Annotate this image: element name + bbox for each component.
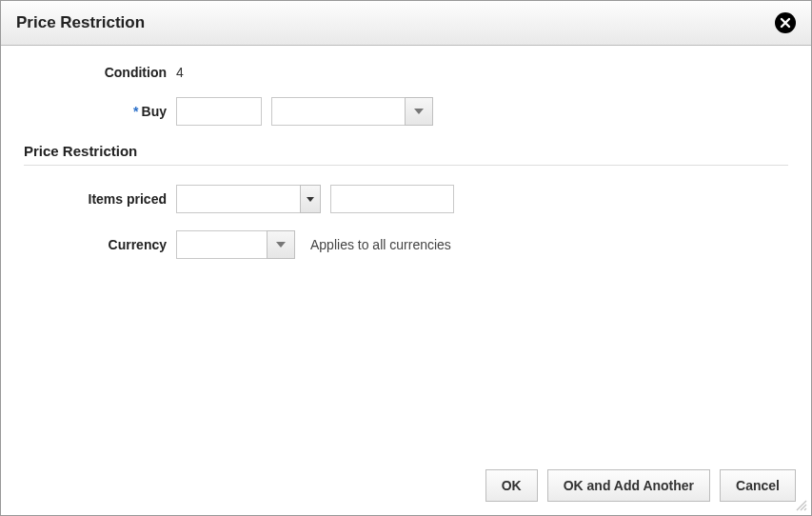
condition-value: 4: [176, 65, 184, 80]
items-priced-combo: [176, 185, 321, 213]
buy-label: *Buy: [24, 104, 176, 119]
dialog-footer: OK OK and Add Another Cancel: [1, 458, 811, 515]
resize-grip-icon[interactable]: [795, 499, 808, 512]
buy-input-1[interactable]: [176, 97, 262, 126]
caret-down-icon: [307, 197, 314, 202]
dialog-title: Price Restriction: [16, 13, 145, 32]
currency-help-text: Applies to all currencies: [310, 237, 451, 252]
price-restriction-dialog: Price Restriction Condition 4 *Buy: [0, 0, 812, 516]
condition-row: Condition 4: [24, 65, 788, 80]
section-divider: [24, 165, 788, 166]
condition-label: Condition: [24, 65, 176, 80]
chevron-down-icon: [414, 109, 424, 114]
currency-combo-trigger[interactable]: [267, 230, 295, 259]
currency-row: Currency Applies to all currencies: [24, 230, 788, 259]
items-priced-label: Items priced: [24, 191, 176, 207]
items-priced-combo-input[interactable]: [176, 185, 300, 213]
cancel-button[interactable]: Cancel: [720, 469, 796, 502]
items-priced-row: Items priced: [24, 185, 788, 213]
buy-combo: [271, 97, 433, 126]
items-priced-value-input[interactable]: [330, 185, 454, 213]
required-indicator: *: [133, 104, 138, 119]
items-priced-combo-trigger[interactable]: [300, 185, 321, 213]
currency-combo-input[interactable]: [176, 230, 267, 259]
close-icon[interactable]: [775, 12, 796, 33]
currency-label: Currency: [24, 237, 176, 252]
ok-button[interactable]: OK: [485, 469, 538, 502]
chevron-down-icon: [276, 242, 286, 248]
ok-add-another-button[interactable]: OK and Add Another: [547, 469, 710, 502]
dialog-header: Price Restriction: [1, 1, 811, 46]
dialog-body: Condition 4 *Buy Price Restriction: [1, 46, 811, 458]
buy-combo-input[interactable]: [271, 97, 405, 126]
currency-combo: [176, 230, 295, 259]
buy-combo-trigger[interactable]: [405, 97, 433, 126]
section-price-restriction: Price Restriction: [24, 143, 788, 159]
buy-row: *Buy: [24, 97, 788, 126]
buy-label-text: Buy: [142, 104, 167, 119]
